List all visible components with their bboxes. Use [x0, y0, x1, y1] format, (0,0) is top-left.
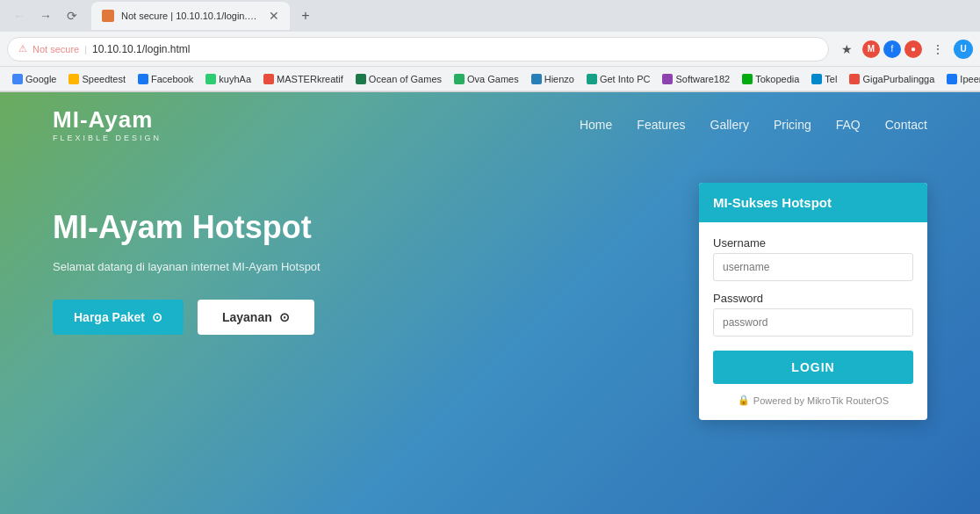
bookmark-favicon — [12, 74, 23, 84]
bookmark-tel[interactable]: Tel — [806, 72, 842, 86]
bookmark-ova[interactable]: Ova Games — [449, 72, 524, 86]
bookmark-favicon — [531, 74, 542, 84]
layanan-button[interactable]: Layanan ⊙ — [198, 300, 314, 335]
username-input[interactable] — [713, 253, 913, 281]
bookmark-favicon — [811, 74, 822, 84]
bookmark-label: kuyhAa — [219, 74, 251, 84]
hero-left: MI-Ayam Hotspot Selamat datang di layana… — [53, 192, 699, 335]
menu-button[interactable]: ⋮ — [926, 37, 950, 62]
powered-by: 🔒 Powered by MikroTik RouterOS — [713, 395, 913, 406]
nav-link-home[interactable]: Home — [580, 118, 612, 132]
bookmark-favicon — [662, 74, 673, 84]
bookmark-google[interactable]: Google — [7, 72, 61, 86]
bookmark-label: GigaPurbalingga — [862, 74, 934, 84]
bookmark-label: Ova Games — [467, 74, 519, 84]
bookmark-label: Ipeenk — [960, 74, 980, 84]
security-label: Not secure — [32, 44, 79, 54]
brand-name: MI-Ayam — [53, 106, 162, 134]
nav-item-faq[interactable]: FAQ — [836, 117, 861, 133]
login-card: MI-Sukses Hotspot Username Password LOGI… — [699, 183, 927, 420]
lock-icon: 🔒 — [738, 395, 750, 406]
nav-item-features[interactable]: Features — [637, 117, 685, 133]
hero-subtitle: Selamat datang di layanan internet MI-Ay… — [53, 260, 699, 273]
page-content: MI-Ayam FLEXIBLE DESIGN Home Features Ga… — [0, 92, 980, 514]
login-card-title: MI-Sukses Hotspot — [713, 195, 832, 210]
forward-button[interactable]: → — [33, 4, 58, 28]
bookmark-favicon — [263, 74, 274, 84]
bookmark-label: Tel — [825, 74, 837, 84]
new-tab-button[interactable]: + — [293, 4, 318, 28]
tab-title: Not secure | 10.10.10.1/login.html — [121, 11, 262, 21]
bookmark-facebook[interactable]: Facebook — [133, 72, 198, 86]
tab-close-button[interactable]: ✕ — [269, 9, 279, 23]
harga-paket-button[interactable]: Harga Paket ⊙ — [53, 300, 184, 335]
login-button-label: LOGIN — [791, 360, 834, 374]
toolbar-actions: ★ M f ● ⋮ U — [834, 37, 973, 62]
bookmark-label: Hienzo — [544, 74, 574, 84]
nav-link-features[interactable]: Features — [637, 118, 685, 132]
circle-arrow-icon: ⊙ — [279, 310, 290, 324]
browser-chrome: ← → ⟳ Not secure | 10.10.10.1/login.html… — [0, 0, 980, 92]
bookmark-favicon — [356, 74, 366, 84]
bookmark-favicon — [587, 74, 597, 84]
bookmark-label: Tokopedia — [755, 74, 799, 84]
extensions-button[interactable]: M — [862, 40, 880, 58]
bookmark-label: Software182 — [675, 74, 730, 84]
security-icon: ⚠ — [18, 43, 27, 54]
hero-title: MI-Ayam Hotspot — [53, 209, 699, 246]
separator: | — [84, 44, 87, 54]
back-button[interactable]: ← — [7, 4, 32, 28]
addon-1[interactable]: f — [883, 40, 901, 58]
hero-buttons: Harga Paket ⊙ Layanan ⊙ — [53, 300, 699, 335]
password-input[interactable] — [713, 308, 913, 337]
nav-link-faq[interactable]: FAQ — [836, 118, 861, 132]
address-bar[interactable]: ⚠ Not secure | 10.10.10.1/login.html — [7, 37, 829, 62]
hero-section: MI-Ayam Hotspot Selamat datang di layana… — [0, 156, 980, 420]
tab-favicon — [102, 10, 114, 22]
harga-paket-label: Harga Paket — [74, 310, 145, 324]
refresh-button[interactable]: ⟳ — [60, 4, 84, 28]
bookmark-label: Facebook — [151, 74, 193, 84]
bookmark-speedtest[interactable]: Speedtest — [63, 72, 131, 86]
bookmark-tokopedia[interactable]: Tokopedia — [737, 72, 804, 86]
layanan-label: Layanan — [222, 310, 272, 324]
brand-tagline: FLEXIBLE DESIGN — [53, 134, 162, 142]
nav-item-contact[interactable]: Contact — [885, 117, 927, 133]
bookmark-ipeenk[interactable]: Ipeenk — [941, 72, 980, 86]
nav-link-contact[interactable]: Contact — [885, 118, 927, 132]
url-text: 10.10.10.1/login.html — [92, 43, 190, 55]
bookmark-software182[interactable]: Software182 — [657, 72, 735, 86]
bookmark-label: Speedtest — [82, 74, 126, 84]
bookmark-getintopc[interactable]: Get Into PC — [581, 72, 655, 86]
brand: MI-Ayam FLEXIBLE DESIGN — [53, 106, 162, 142]
bookmark-favicon — [947, 74, 957, 84]
username-group: Username — [713, 236, 913, 281]
bookmark-favicon — [205, 74, 216, 84]
bookmark-masterkreatif[interactable]: MASTERkreatif — [258, 72, 349, 86]
bookmark-kuyhaa[interactable]: kuyhAa — [200, 72, 256, 86]
password-label: Password — [713, 292, 913, 305]
login-card-header: MI-Sukses Hotspot — [699, 183, 927, 222]
active-tab[interactable]: Not secure | 10.10.10.1/login.html ✕ — [91, 2, 290, 30]
bookmark-ocean[interactable]: Ocean of Games — [350, 72, 447, 86]
browser-tabs: ← → ⟳ Not secure | 10.10.10.1/login.html… — [0, 0, 980, 32]
login-card-body: Username Password LOGIN 🔒 Powered by Mik… — [699, 222, 927, 420]
bookmark-button[interactable]: ★ — [834, 37, 859, 62]
nav-link-gallery[interactable]: Gallery — [710, 118, 749, 132]
username-label: Username — [713, 236, 913, 250]
addon-2[interactable]: ● — [904, 40, 922, 58]
nav-item-pricing[interactable]: Pricing — [774, 117, 811, 133]
bookmark-hienzo[interactable]: Hienzo — [526, 72, 580, 86]
bookmark-favicon — [68, 74, 79, 84]
bookmark-label: Ocean of Games — [369, 74, 442, 84]
bookmark-gigapurbalingga[interactable]: GigaPurbalingga — [844, 72, 940, 86]
bookmark-label: MASTERkreatif — [277, 74, 343, 84]
user-avatar[interactable]: U — [954, 40, 973, 59]
powered-by-text: Powered by MikroTik RouterOS — [753, 395, 889, 406]
bookmark-favicon — [849, 74, 860, 84]
navbar: MI-Ayam FLEXIBLE DESIGN Home Features Ga… — [0, 92, 980, 156]
nav-item-home[interactable]: Home — [580, 117, 612, 133]
nav-link-pricing[interactable]: Pricing — [774, 118, 811, 132]
login-button[interactable]: LOGIN — [713, 351, 913, 384]
nav-item-gallery[interactable]: Gallery — [710, 117, 749, 133]
